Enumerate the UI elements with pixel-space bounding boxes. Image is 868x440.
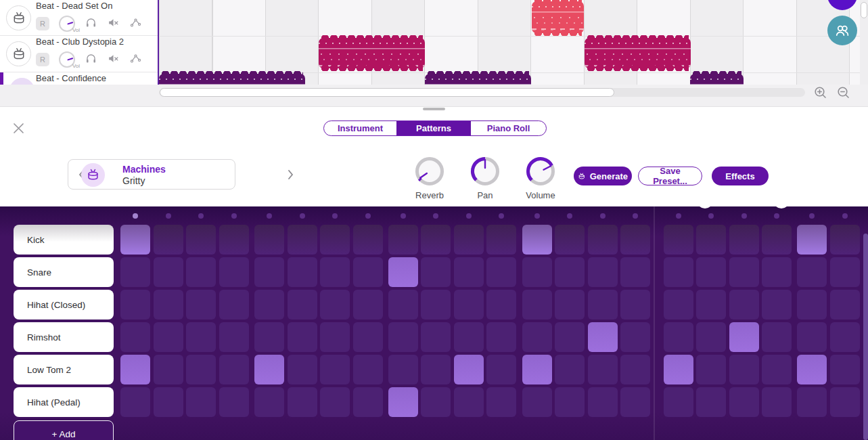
grid-cell-hihat-pedal--step-2[interactable] [154,387,183,417]
grid-cell-hihat-pedal--step-4[interactable] [219,387,249,417]
tab-piano-roll[interactable]: Piano Roll [471,121,546,135]
panel-resize-handle[interactable] [423,108,445,110]
grid-cell-rimshot-step-22[interactable] [830,322,860,352]
generate-button[interactable]: Generate [574,167,632,185]
grid-cell-hihat-closed--step-13[interactable] [522,290,552,320]
grid-cell-low-tom-2-step-13[interactable] [522,355,552,384]
track-header[interactable]: Beat - Club Dystopia 2RVol [0,36,159,72]
grid-cell-hihat-pedal--step-6[interactable] [288,387,317,417]
grid-cell-hihat-closed--step-5[interactable] [254,290,284,320]
grid-cell-low-tom-2-step-12[interactable] [486,355,516,384]
pattern-clip[interactable] [532,1,584,33]
grid-cell-rimshot-step-8[interactable] [353,322,383,352]
grid-cell-hihat-closed--step-17[interactable] [664,290,693,320]
vertical-scrollbar[interactable] [860,0,868,85]
grid-cell-snare-step-11[interactable] [454,257,484,287]
grid-cell-hihat-closed--step-11[interactable] [454,290,484,320]
grid-cell-hihat-pedal--step-17[interactable] [664,387,693,417]
grid-cell-kick-step-8[interactable] [353,225,383,255]
grid-cell-snare-step-10[interactable] [421,257,451,287]
grid-cell-hihat-pedal--step-12[interactable] [486,387,516,417]
grid-cell-low-tom-2-step-5[interactable] [254,355,284,384]
volume-knob[interactable] [526,156,555,186]
grid-cell-snare-step-18[interactable] [696,257,726,287]
grid-cell-low-tom-2-step-20[interactable] [762,355,792,384]
grid-cell-low-tom-2-step-22[interactable] [830,355,860,384]
grid-cell-hihat-pedal--step-7[interactable] [320,387,350,417]
grid-cell-kick-step-1[interactable] [120,225,150,255]
grid-cell-rimshot-step-1[interactable] [120,322,150,352]
grid-cell-kick-step-13[interactable] [522,225,552,255]
grid-cell-kick-step-22[interactable] [830,225,860,255]
grid-cell-rimshot-step-16[interactable] [620,322,650,352]
grid-cell-rimshot-step-20[interactable] [762,322,792,352]
grid-cell-hihat-pedal--step-19[interactable] [729,387,759,417]
grid-cell-low-tom-2-step-1[interactable] [120,355,150,384]
grid-cell-rimshot-step-9[interactable] [388,322,418,352]
grid-cell-hihat-pedal--step-5[interactable] [254,387,284,417]
grid-cell-kick-step-6[interactable] [288,225,317,255]
grid-cell-hihat-closed--step-2[interactable] [154,290,183,320]
grid-cell-low-tom-2-step-7[interactable] [320,355,350,384]
grid-cell-hihat-pedal--step-22[interactable] [830,387,860,417]
grid-cell-hihat-closed--step-19[interactable] [729,290,759,320]
grid-cell-hihat-pedal--step-21[interactable] [797,387,827,417]
mute-button[interactable] [107,16,120,32]
grid-cell-hihat-pedal--step-13[interactable] [522,387,552,417]
pattern-clip[interactable] [585,38,691,68]
drum-row-label-hihat-closed-[interactable]: Hihat (Closed) [14,290,114,320]
grid-cell-hihat-closed--step-14[interactable] [555,290,585,320]
tab-patterns[interactable]: Patterns [396,121,471,135]
grid-cell-kick-step-2[interactable] [154,225,183,255]
grid-cell-rimshot-step-21[interactable] [797,322,827,352]
horizontal-scrollbar[interactable] [159,88,805,97]
grid-cell-low-tom-2-step-17[interactable] [664,355,693,384]
add-drum-row-button[interactable]: + Add [14,420,114,440]
grid-cell-kick-step-15[interactable] [588,225,618,255]
grid-cell-low-tom-2-step-9[interactable] [388,355,418,384]
zoom-in-button[interactable] [813,85,828,100]
drum-row-label-hihat-pedal-[interactable]: Hihat (Pedal) [14,387,114,417]
grid-cell-rimshot-step-4[interactable] [219,322,249,352]
grid-cell-snare-step-17[interactable] [664,257,693,287]
grid-cell-rimshot-step-2[interactable] [154,322,183,352]
grid-cell-hihat-pedal--step-15[interactable] [588,387,618,417]
grid-cell-low-tom-2-step-19[interactable] [729,355,759,384]
tab-instrument[interactable]: Instrument [324,121,396,135]
grid-cell-hihat-closed--step-7[interactable] [320,290,350,320]
grid-cell-snare-step-14[interactable] [555,257,585,287]
grid-cell-hihat-closed--step-20[interactable] [762,290,792,320]
grid-cell-hihat-closed--step-22[interactable] [830,290,860,320]
grid-cell-snare-step-3[interactable] [186,257,216,287]
track-header[interactable]: Beat - Dead Set OnRVol [0,0,159,36]
grid-cell-snare-step-22[interactable] [830,257,860,287]
grid-cell-kick-step-5[interactable] [254,225,284,255]
grid-cell-hihat-closed--step-1[interactable] [120,290,150,320]
grid-cell-rimshot-step-12[interactable] [486,322,516,352]
grid-cell-rimshot-step-11[interactable] [454,322,484,352]
grid-cell-hihat-closed--step-8[interactable] [353,290,383,320]
grid-cell-hihat-pedal--step-18[interactable] [696,387,726,417]
drum-row-label-snare[interactable]: Snare [14,257,114,287]
pan-knob[interactable] [470,156,500,186]
monitor-button[interactable] [85,52,97,68]
grid-cell-hihat-pedal--step-3[interactable] [186,387,216,417]
reverb-knob[interactable] [415,156,444,186]
grid-cell-hihat-pedal--step-8[interactable] [353,387,383,417]
grid-cell-hihat-closed--step-3[interactable] [186,290,216,320]
grid-cell-snare-step-9[interactable] [388,257,418,287]
horizontal-scrollbar-thumb[interactable] [160,88,614,97]
grid-cell-hihat-closed--step-21[interactable] [797,290,827,320]
pattern-clip[interactable] [159,74,305,85]
grid-cell-rimshot-step-10[interactable] [421,322,451,352]
grid-cell-hihat-closed--step-15[interactable] [588,290,618,320]
grid-cell-low-tom-2-step-14[interactable] [555,355,585,384]
grid-cell-hihat-closed--step-6[interactable] [288,290,317,320]
grid-cell-hihat-closed--step-16[interactable] [620,290,650,320]
grid-cell-rimshot-step-19[interactable] [729,322,759,352]
close-panel-button[interactable] [13,123,24,134]
grid-cell-kick-step-19[interactable] [729,225,759,255]
grid-cell-snare-step-4[interactable] [219,257,249,287]
grid-cell-low-tom-2-step-15[interactable] [588,355,618,384]
vertical-scrollbar-thumb[interactable] [861,2,867,18]
